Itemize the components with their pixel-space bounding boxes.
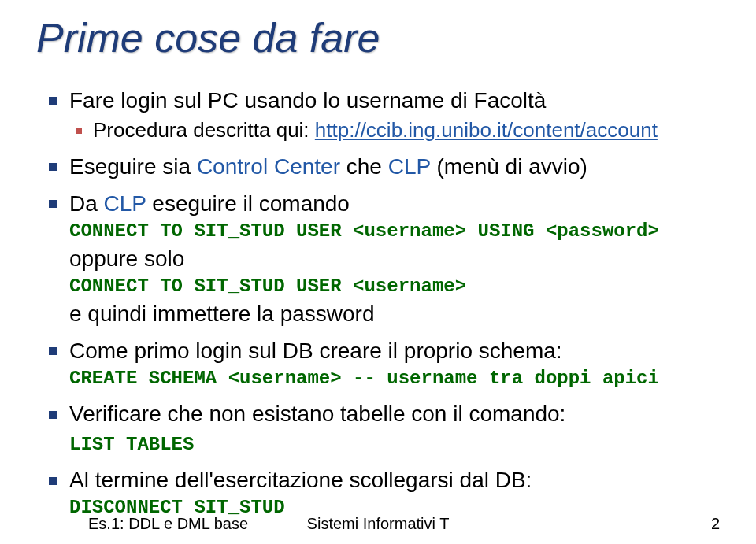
bullet-1: Fare login sul PC usando lo username di … (43, 87, 720, 143)
account-link[interactable]: http://ccib.ing.unibo.it/content/account (315, 118, 658, 142)
bullet-2: Eseguire sia Control Center che CLP (men… (43, 153, 720, 180)
bullet-list: Fare login sul PC usando lo username di … (43, 87, 720, 520)
b5-text: Verificare che non esistano tabelle con … (69, 402, 565, 426)
b6-text: Al termine dell'esercitazione scollegars… (69, 468, 532, 492)
b2-suffix: (menù di avvio) (436, 154, 587, 179)
b3-tail: e quindi immettere la password (69, 300, 720, 328)
bullet-1-sub-text: Procedura descritta qui: (93, 118, 315, 142)
bullet-1-sub: Procedura descritta qui: http://ccib.ing… (69, 117, 720, 143)
b3-code1: CONNECT TO SIT_STUD USER <username> USIN… (69, 219, 720, 243)
bullet-4: Come primo login sul DB creare il propri… (43, 337, 720, 390)
footer-page-number: 2 (711, 515, 720, 533)
b4-text: Come primo login sul DB creare il propri… (69, 339, 562, 363)
b2-cc: Control Center (197, 154, 346, 179)
b3-clp: CLP (104, 191, 153, 216)
slide-title: Prime cose da fare (36, 14, 720, 61)
b3-rest: eseguire il comando (152, 191, 350, 216)
b5-code: LIST TABLES (69, 432, 720, 457)
b2-clp: CLP (388, 154, 437, 179)
bullet-3: Da CLP eseguire il comando CONNECT TO SI… (43, 190, 720, 328)
slide-footer: Es.1: DDL e DML base Sistemi Informativi… (0, 515, 756, 533)
footer-left: Es.1: DDL e DML base (88, 515, 248, 533)
bullet-5: Verificare che non esistano tabelle con … (43, 400, 720, 457)
b4-code: CREATE SCHEMA <username> -- username tra… (69, 366, 720, 390)
b3-code2: CONNECT TO SIT_STUD USER <username> (69, 274, 720, 298)
bullet-6: Al termine dell'esercitazione scollegars… (43, 466, 720, 520)
bullet-1-text: Fare login sul PC usando lo username di … (69, 88, 546, 113)
b2-prefix: Eseguire sia (69, 154, 197, 179)
b3-prefix: Da (69, 191, 104, 216)
footer-center: Sistemi Informativi T (307, 515, 450, 533)
b3-oppure: oppure solo (69, 245, 720, 272)
b2-mid: che (346, 154, 388, 179)
